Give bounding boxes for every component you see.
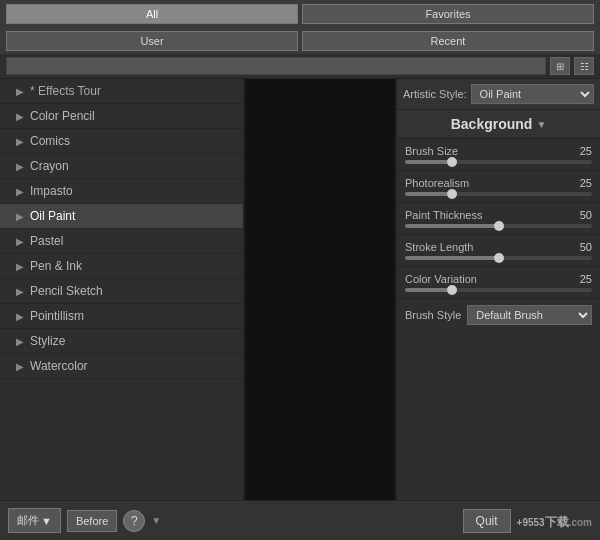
color-variation-track[interactable] — [405, 288, 592, 292]
watermark-domain: .com — [569, 517, 592, 528]
paint-thickness-track[interactable] — [405, 224, 592, 228]
list-item[interactable]: ▶ Watercolor — [0, 354, 243, 379]
color-variation-fill — [405, 288, 452, 292]
artistic-style-row: Artistic Style: Oil Paint — [397, 79, 600, 110]
all-button[interactable]: All — [6, 4, 298, 24]
section-header: Background ▼ — [397, 110, 600, 139]
list-item[interactable]: ▶ Impasto — [0, 179, 243, 204]
photorealism-slider-group: Photorealism 25 — [397, 171, 600, 203]
stroke-length-track[interactable] — [405, 256, 592, 260]
list-item[interactable]: ▶ Crayon — [0, 154, 243, 179]
list-item[interactable]: ▶ * Effects Tour — [0, 79, 243, 104]
list-item[interactable]: ▶ Pointillism — [0, 304, 243, 329]
brush-size-value: 25 — [580, 145, 592, 157]
search-input[interactable] — [6, 57, 546, 75]
brush-size-fill — [405, 160, 452, 164]
photorealism-fill — [405, 192, 452, 196]
search-icons: ⊞ ☷ — [550, 57, 594, 75]
mail-label: 邮件 — [17, 513, 39, 528]
watermark-text: +9553 — [517, 517, 545, 528]
favorites-button[interactable]: Favorites — [302, 4, 594, 24]
list-item[interactable]: ▶ Pencil Sketch — [0, 279, 243, 304]
chevron-down-icon: ▼ — [536, 119, 546, 130]
list-item[interactable]: ▶ Pen & Ink — [0, 254, 243, 279]
arrow-icon: ▶ — [16, 311, 24, 322]
watermark: +9553下载.com — [517, 510, 592, 531]
artistic-style-select[interactable]: Oil Paint — [471, 84, 594, 104]
stroke-length-label: Stroke Length — [405, 241, 474, 253]
bottom-bar: 邮件 ▼ Before ? ▼ Quit +9553下载.com — [0, 500, 600, 540]
color-variation-slider-group: Color Variation 25 — [397, 267, 600, 299]
brush-size-thumb[interactable] — [447, 157, 457, 167]
brush-size-slider-group: Brush Size 25 — [397, 139, 600, 171]
list-item[interactable]: ▶ Stylize — [0, 329, 243, 354]
section-title: Background — [451, 116, 533, 132]
photorealism-label: Photorealism — [405, 177, 469, 189]
photorealism-track[interactable] — [405, 192, 592, 196]
brush-style-row: Brush Style Default Brush — [397, 299, 600, 331]
stroke-length-thumb[interactable] — [494, 253, 504, 263]
styles-list: ▶ * Effects Tour ▶ Color Pencil ▶ Comics… — [0, 79, 245, 504]
list-item-active[interactable]: ▶ Oil Paint — [0, 204, 243, 229]
bottom-right: Quit +9553下载.com — [463, 509, 592, 533]
help-button[interactable]: ? — [123, 510, 145, 532]
paint-thickness-slider-group: Paint Thickness 50 — [397, 203, 600, 235]
arrow-icon: ▶ — [16, 211, 24, 222]
search-bar: ⊞ ☷ — [0, 54, 600, 79]
second-bar: User Recent — [0, 28, 600, 54]
arrow-icon: ▶ — [16, 111, 24, 122]
paint-thickness-label: Paint Thickness — [405, 209, 482, 221]
help-dropdown-arrow: ▼ — [151, 515, 161, 526]
top-bar: All Favorites — [0, 0, 600, 28]
paint-thickness-value: 50 — [580, 209, 592, 221]
list-item[interactable]: ▶ Comics — [0, 129, 243, 154]
list-view-icon[interactable]: ☷ — [574, 57, 594, 75]
paint-thickness-thumb[interactable] — [494, 221, 504, 231]
right-panel: Artistic Style: Oil Paint Background ▼ B… — [395, 79, 600, 504]
mail-button[interactable]: 邮件 ▼ — [8, 508, 61, 533]
brush-size-label: Brush Size — [405, 145, 458, 157]
color-variation-value: 25 — [580, 273, 592, 285]
recent-button[interactable]: Recent — [302, 31, 594, 51]
brush-style-label: Brush Style — [405, 309, 461, 321]
before-button[interactable]: Before — [67, 510, 117, 532]
color-variation-label: Color Variation — [405, 273, 477, 285]
bottom-left: 邮件 ▼ Before ? ▼ — [8, 508, 161, 533]
photorealism-thumb[interactable] — [447, 189, 457, 199]
arrow-icon: ▶ — [16, 186, 24, 197]
quit-button[interactable]: Quit — [463, 509, 511, 533]
arrow-icon: ▶ — [16, 336, 24, 347]
list-item[interactable]: ▶ Color Pencil — [0, 104, 243, 129]
user-button[interactable]: User — [6, 31, 298, 51]
mail-dropdown-arrow: ▼ — [41, 515, 52, 527]
brush-size-track[interactable] — [405, 160, 592, 164]
preview-panel — [245, 79, 395, 504]
paint-thickness-fill — [405, 224, 499, 228]
arrow-icon: ▶ — [16, 86, 24, 97]
arrow-icon: ▶ — [16, 286, 24, 297]
watermark-suffix: 下载 — [545, 515, 569, 529]
stroke-length-fill — [405, 256, 499, 260]
arrow-icon: ▶ — [16, 236, 24, 247]
photorealism-value: 25 — [580, 177, 592, 189]
main-layout: ▶ * Effects Tour ▶ Color Pencil ▶ Comics… — [0, 79, 600, 504]
grid-view-icon[interactable]: ⊞ — [550, 57, 570, 75]
arrow-icon: ▶ — [16, 261, 24, 272]
stroke-length-value: 50 — [580, 241, 592, 253]
list-item[interactable]: ▶ Pastel — [0, 229, 243, 254]
brush-style-select[interactable]: Default Brush — [467, 305, 592, 325]
arrow-icon: ▶ — [16, 161, 24, 172]
arrow-icon: ▶ — [16, 136, 24, 147]
artistic-style-label: Artistic Style: — [403, 88, 467, 100]
color-variation-thumb[interactable] — [447, 285, 457, 295]
arrow-icon: ▶ — [16, 361, 24, 372]
stroke-length-slider-group: Stroke Length 50 — [397, 235, 600, 267]
